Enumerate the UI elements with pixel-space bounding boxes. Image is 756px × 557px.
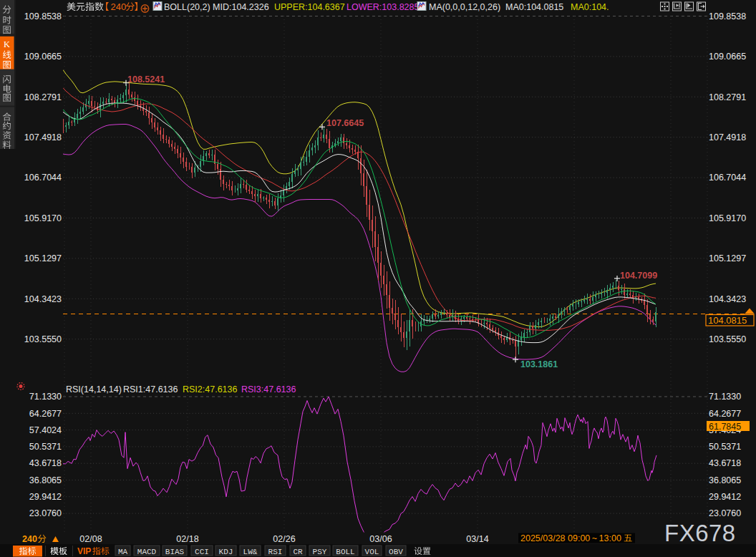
svg-text:43.6718: 43.6718 xyxy=(29,458,62,468)
svg-text:103.5550: 103.5550 xyxy=(709,334,746,344)
svg-text:50.5371: 50.5371 xyxy=(709,442,741,452)
svg-text:64.2677: 64.2677 xyxy=(709,409,741,419)
svg-text:MACD: MACD xyxy=(137,548,157,556)
svg-text:105.9170: 105.9170 xyxy=(709,213,746,223)
svg-text:02/18: 02/18 xyxy=(176,534,198,544)
svg-text:OBV: OBV xyxy=(389,548,403,556)
svg-text:50.5371: 50.5371 xyxy=(29,442,62,452)
svg-text:71.1330: 71.1330 xyxy=(709,392,741,402)
svg-text:02/26: 02/26 xyxy=(273,534,295,544)
svg-text:KDJ: KDJ xyxy=(219,548,233,556)
svg-text:CCI: CCI xyxy=(195,548,209,556)
svg-text:108.2791: 108.2791 xyxy=(709,92,746,102)
svg-text:104.7099: 104.7099 xyxy=(620,271,657,281)
svg-text:109.8538: 109.8538 xyxy=(709,11,746,21)
svg-text:BOLL: BOLL xyxy=(336,548,354,556)
svg-text:MA(0,0,0,12,0,26) MA0:104.081: MA(0,0,0,12,0,26) MA0:104.0815 xyxy=(429,2,563,12)
svg-text:MA0:104.: MA0:104. xyxy=(571,2,609,12)
svg-text:03/06: 03/06 xyxy=(369,534,392,544)
svg-text:UPPER:104.6367: UPPER:104.6367 xyxy=(274,2,345,12)
svg-text:109.0665: 109.0665 xyxy=(709,52,746,62)
svg-text:VIP: VIP xyxy=(77,546,91,556)
svg-text:BOLL(20,2) MID:104.2326: BOLL(20,2) MID:104.2326 xyxy=(164,2,269,12)
svg-text:107.4918: 107.4918 xyxy=(709,132,746,142)
svg-text:2025/03/28 09:00 ~ 13:00: 2025/03/28 09:00 ~ 13:00 xyxy=(520,533,621,543)
svg-text:36.8065: 36.8065 xyxy=(709,475,741,485)
svg-text:RSI: RSI xyxy=(268,548,283,556)
svg-text:104.3423: 104.3423 xyxy=(709,294,746,304)
svg-text:VOL: VOL xyxy=(365,548,379,556)
svg-text:43.6718: 43.6718 xyxy=(709,458,741,468)
svg-text:MA: MA xyxy=(118,548,128,556)
svg-text:240: 240 xyxy=(22,534,37,544)
svg-text:109.0665: 109.0665 xyxy=(24,52,62,62)
svg-text:PSY: PSY xyxy=(313,548,327,556)
svg-text:106.7044: 106.7044 xyxy=(709,173,746,183)
svg-text:LOWER:103.8285: LOWER:103.8285 xyxy=(346,2,419,12)
svg-text:K: K xyxy=(4,39,10,49)
svg-text:106.7044: 106.7044 xyxy=(24,173,62,183)
svg-text:03/14: 03/14 xyxy=(466,534,488,544)
svg-text:64.2677: 64.2677 xyxy=(29,409,62,419)
svg-text:103.5550: 103.5550 xyxy=(24,334,62,344)
svg-text:23.0760: 23.0760 xyxy=(29,508,62,518)
svg-text:CR: CR xyxy=(293,548,303,556)
svg-text:61.7845: 61.7845 xyxy=(709,422,741,432)
svg-text:02/08: 02/08 xyxy=(79,534,102,544)
svg-text:RSI3:47.6136: RSI3:47.6136 xyxy=(241,384,296,394)
svg-text:57.4024: 57.4024 xyxy=(29,425,62,435)
svg-text:23.0760: 23.0760 xyxy=(709,508,741,518)
svg-text:105.1297: 105.1297 xyxy=(24,253,62,263)
svg-text:104.0815: 104.0815 xyxy=(708,315,747,326)
svg-text:103.1861: 103.1861 xyxy=(520,359,558,369)
svg-text:71.1330: 71.1330 xyxy=(29,392,62,402)
svg-text:104.3423: 104.3423 xyxy=(24,294,62,304)
svg-text:109.8538: 109.8538 xyxy=(24,11,62,21)
svg-text:BIAS: BIAS xyxy=(165,548,185,556)
svg-text:RSI1:47.6136: RSI1:47.6136 xyxy=(123,384,178,394)
svg-text:FX678: FX678 xyxy=(664,520,736,546)
svg-text:105.9170: 105.9170 xyxy=(24,213,62,223)
svg-text:108.2791: 108.2791 xyxy=(24,92,62,102)
svg-text:36.8065: 36.8065 xyxy=(29,475,62,485)
svg-text:240: 240 xyxy=(111,1,127,12)
svg-text:LW&: LW& xyxy=(243,548,258,556)
svg-text:RSI2:47.6136: RSI2:47.6136 xyxy=(183,384,237,394)
svg-text:105.1297: 105.1297 xyxy=(709,253,746,263)
svg-text:29.9412: 29.9412 xyxy=(29,492,62,502)
svg-text:29.9412: 29.9412 xyxy=(709,492,741,502)
svg-text:107.6645: 107.6645 xyxy=(326,118,364,128)
svg-text:108.5241: 108.5241 xyxy=(127,74,165,84)
svg-text:RSI(14,14,14): RSI(14,14,14) xyxy=(66,384,122,394)
svg-text:107.4918: 107.4918 xyxy=(24,132,62,142)
